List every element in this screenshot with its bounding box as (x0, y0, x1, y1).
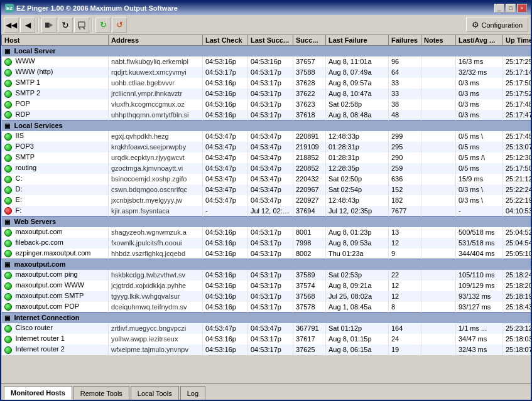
cell-notes (421, 323, 456, 334)
table-row[interactable]: routing gzoctmga.kjmvnoaytt.vi 04:53:47p… (2, 163, 531, 174)
col-header-lastsucc: Last Succ... (248, 35, 293, 46)
table-row[interactable]: IIS egxj.qvhpdkh.hezg 04:53:47p 04:53:47… (2, 131, 531, 142)
table-row[interactable]: maxoutput.com SMTP tgyyg.lkik.vwhgqvalsu… (2, 291, 531, 302)
cell-lastfail: Sat 02:54p (326, 184, 389, 195)
cell-failures: 12 (389, 238, 421, 249)
table-row[interactable]: Internet router 2 wfxelpme.tajmulo.ynvnp… (2, 345, 531, 355)
cell-failures: 290 (389, 152, 421, 163)
refresh-button[interactable]: ↻ (58, 18, 73, 33)
back-back-button[interactable]: ◀◀ (4, 18, 19, 33)
table-row[interactable]: E: jxcnbjsbctr.myelgyyy.jw 04:53:47p 04:… (2, 195, 531, 206)
table-row[interactable]: maxoutput.com ping hskbkcdgg.twbzvthwt.s… (2, 270, 531, 281)
cell-lastsucc: 04:53:47p (248, 142, 293, 152)
tab-log-label: Log (187, 390, 198, 397)
host-name: SMTP 2 (16, 89, 41, 97)
table-row[interactable]: ezpinger.maxoutput.com hhbdz.vszrfighkq.… (2, 249, 531, 259)
table-row[interactable]: SMTP urqdk.ecpktyn.rjyygwcvt 04:53:47p 0… (2, 152, 531, 163)
status-indicator (4, 58, 12, 66)
table-row[interactable]: RDP uhhpthqqmn.omrtytfbln.si 04:53:16p 0… (2, 110, 531, 120)
cell-lastfail: Sat 01:12p (326, 323, 389, 334)
group-collapse-icon[interactable]: ▣ (4, 314, 10, 321)
group-name: maxoutput.com (14, 260, 66, 268)
table-row[interactable]: WWW (http) rqdjrt.kuuwext.xmcyvmyi 04:53… (2, 67, 531, 78)
group-collapse-icon[interactable]: ▣ (4, 261, 10, 268)
cell-lavg: 93/127 ms (456, 302, 503, 313)
back-button[interactable]: ◀ (20, 18, 35, 33)
table-row[interactable]: Internet router 1 yolhw.awpp.iezitrseux … (2, 334, 531, 345)
group-collapse-icon[interactable]: ▣ (4, 122, 10, 129)
table-row[interactable]: POP3 krqkhfoawci.seejpnwpby 04:53:47p 04… (2, 142, 531, 152)
tab-monitored-hosts[interactable]: Monitored Hosts (4, 386, 72, 400)
host-name: WWW (http) (16, 68, 53, 75)
configuration-button[interactable]: ⚙ Configuration (466, 18, 528, 32)
table-row[interactable]: POP vluxfh.kcogmccgmux.oz 04:53:16p 04:5… (2, 99, 531, 110)
status-indicator (4, 293, 12, 301)
table-row[interactable]: C: bsinocoemjd.xoshp.zgifo 04:53:47p 04:… (2, 174, 531, 184)
cell-lastsucc: Jul 12, 02:08p (248, 206, 293, 217)
cell-lastfail: Sat 02:58p (326, 99, 389, 110)
col-header-lavg: Last/Avg ... (456, 35, 503, 46)
col-header-lastcheck: Last Check (203, 35, 248, 46)
table-row[interactable]: WWW nabt.flwkubgyliq.erkemlpl 04:53:16p … (2, 56, 531, 67)
info-button[interactable] (74, 18, 89, 33)
status-indicator (4, 207, 12, 215)
cell-host: Internet router 2 (2, 345, 109, 355)
stop-button[interactable] (41, 18, 57, 33)
table-row[interactable]: fileback-pc.com fxownlk.jpulcitsfh.oooui… (2, 238, 531, 249)
cell-lavg: 32/32 ms (456, 67, 503, 78)
cell-notes (421, 281, 456, 291)
cell-lavg: 1/1 ms ... (456, 323, 503, 334)
host-name: F: (16, 206, 22, 214)
cell-lastcheck: 04:53:47p (203, 152, 248, 163)
table-row[interactable]: SMTP 1 uohb.ctliae.bgebvvvr 04:53:16p 04… (2, 78, 531, 88)
cell-host: Internet router 1 (2, 334, 109, 345)
cell-notes (421, 195, 456, 206)
host-name: RDP (16, 110, 30, 118)
table-row[interactable]: SMTP 2 jrcliicnnl.ympr.ihnkavztr 04:53:1… (2, 88, 531, 99)
cell-lastsucc: 04:53:47p (248, 195, 293, 206)
tab-remote-tools[interactable]: Remote Tools (73, 386, 129, 400)
group-collapse-icon[interactable]: ▣ (4, 48, 10, 55)
cell-uptime: 25:18:03:04 (503, 334, 531, 345)
cell-failures: 295 (389, 142, 421, 152)
group-collapse-icon[interactable]: ▣ (4, 218, 10, 225)
tab-local-tools-label: Local Tools (138, 390, 172, 397)
cell-lastfail: Aug 8, 09:21a (326, 281, 389, 291)
maximize-button[interactable]: □ (506, 4, 516, 13)
cell-failures: 13 (389, 227, 421, 238)
cell-uptime: 25:18:19:17 (503, 291, 531, 302)
table-row[interactable]: F: kjir.aspm.fsysntaca - Jul 12, 02:08p … (2, 206, 531, 217)
table-wrapper[interactable]: Host Address Last Check Last Succ... Suc… (1, 35, 531, 383)
host-name: Cisco router (16, 324, 53, 331)
cell-uptime: 25:17:45:20 (503, 131, 531, 142)
cell-uptime: 25:18:43:07 (503, 302, 531, 313)
cell-lastsucc: 04:53:17p (248, 291, 293, 302)
host-name: Internet router 2 (16, 345, 65, 353)
close-button[interactable]: × (517, 4, 527, 13)
pause-button[interactable]: ↺ (112, 18, 127, 33)
cell-failures: 9 (389, 249, 421, 259)
cell-lastfail: Thu 01:23a (326, 249, 389, 259)
cell-uptime: 25:12:30:43 (503, 152, 531, 163)
table-row[interactable]: maxoutput.com POP dceiquhmwq.teifnydm.sv… (2, 302, 531, 313)
tab-log[interactable]: Log (180, 386, 205, 400)
cell-lastsucc: 04:53:17p (248, 110, 293, 120)
cell-lavg: 0/5 ms (456, 163, 503, 174)
cell-lavg: 0/3 ms (456, 110, 503, 120)
tab-local-tools[interactable]: Local Tools (131, 386, 179, 400)
cell-succ: 37628 (293, 78, 326, 88)
minimize-button[interactable]: _ (494, 4, 504, 13)
cell-address: hhbdz.vszrfighkq.jcqebd (109, 249, 203, 259)
table-row[interactable]: maxoutput.com shagyzeoh.wgnwmzuk.a 04:53… (2, 227, 531, 238)
table-row[interactable]: Cisco router zrtlivf.muegycc.bngvpczi 04… (2, 323, 531, 334)
cell-uptime: 25:18:07:25 (503, 345, 531, 355)
cell-failures: 19 (389, 345, 421, 355)
main-content: Host Address Last Check Last Succ... Suc… (1, 35, 531, 383)
cell-lastcheck: 04:53:16p (203, 78, 248, 88)
cell-address: uhhpthqqmn.omrtytfbln.si (109, 110, 203, 120)
table-row[interactable]: D: cswn.bdqmgoo.oscnrifqc 04:53:47p 04:5… (2, 184, 531, 195)
table-row[interactable]: maxoutput.com WWW jcjgtrdd.xojxidkkja.py… (2, 281, 531, 291)
cell-notes (421, 56, 456, 67)
cell-lastcheck: 04:53:47p (203, 131, 248, 142)
refresh2-button[interactable]: ↻ (95, 18, 111, 33)
